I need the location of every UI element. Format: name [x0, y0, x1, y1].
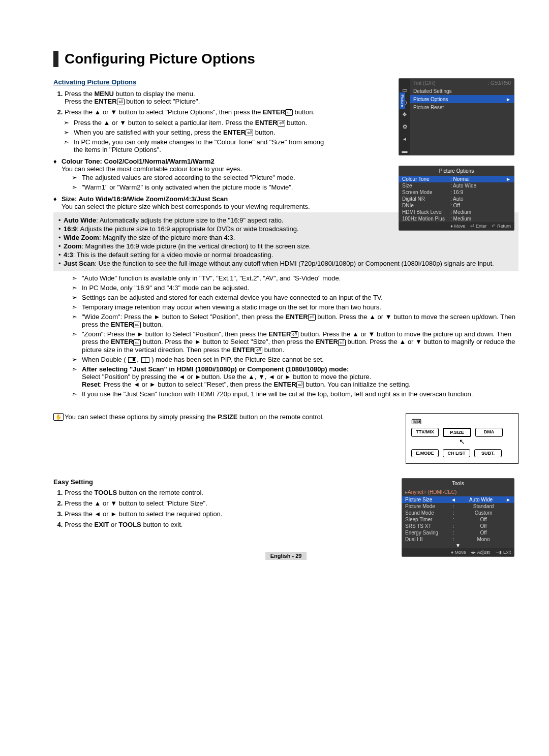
colour-tone-item: Colour Tone: Cool2/Cool1/Normal/Warm1/Wa…: [53, 158, 326, 173]
tools-footer: ♦ Move ◂▸ Adjust →▮ Exit: [402, 548, 514, 556]
enter-icon: [246, 129, 253, 136]
osd2-row: DNIeOff: [399, 202, 514, 209]
size-note-2: In PC Mode, only "16:9" and "4:3" mode c…: [72, 284, 518, 292]
osd2-row: Screen Mode16:9: [399, 189, 514, 196]
enter-icon: [338, 338, 346, 345]
pip-double-icon-2: [141, 357, 149, 363]
note-pc-mode: In PC mode, you can only make changes to…: [64, 138, 328, 153]
tools-row: Sound Mode:Custom: [402, 510, 514, 516]
size-notes: "Auto Wide" function is available only i…: [72, 274, 518, 397]
tools-move-hint: ♦ Move: [451, 550, 466, 555]
btn-subt: SUBT.: [474, 449, 502, 457]
remote-note-text-a: You can select these options by simply p…: [65, 413, 218, 421]
size-4-3: 4:3: This is the default setting for a v…: [58, 251, 513, 259]
size-note-7: When Double ( , ) mode has been set in P…: [72, 356, 518, 363]
easy-1: Press the TOOLS button on the remote con…: [65, 489, 318, 496]
size-bullet-box: Auto Wide: Automatically adjusts the pic…: [53, 212, 518, 271]
osd-picture-tab-label: Picture: [400, 92, 405, 109]
size-16-9: 16:9: Adjusts the picture size to 16:9 a…: [58, 225, 513, 233]
pip-double-icon-1: [128, 357, 136, 363]
setup-tab-icon: ✿: [401, 123, 408, 131]
pointer-arrow-icon: ↖: [459, 437, 465, 446]
note-select-item: Press the ▲ or ▼ button to select a part…: [64, 119, 328, 127]
osd2-row: HDMI Black LevelMedium: [399, 209, 514, 215]
size-note-1: "Auto Wide" function is available only i…: [72, 274, 518, 282]
tools-anynet: ▸ Anynet+ (HDMI-CEC): [402, 488, 514, 496]
size-zoom: Zoom: Magnifies the 16:9 wide picture (i…: [58, 242, 513, 250]
enter-icon: [291, 330, 298, 338]
size-note-5: "Wide Zoom": Press the ► button to Selec…: [72, 313, 518, 328]
app-tab-icon: ▬: [401, 148, 408, 155]
remote-diagram: ⌨ TTX/MIX P.SIZE DMA ↖ E.MODE CH LIST SU…: [406, 413, 518, 464]
enter-icon: [117, 98, 125, 105]
tools-exit-hint: →▮ Exit: [495, 550, 511, 555]
step-2: Press the ▲ or ▼ button to select "Pictu…: [65, 108, 329, 116]
osd-picture-options-selected: Picture Options►: [410, 95, 514, 103]
tools-row: Energy Saving:Off: [402, 529, 514, 536]
tools-row: Picture Size◄Auto Wide►: [402, 496, 514, 503]
tools-row: Dual I II:Mono: [402, 536, 514, 543]
btn-ttx-mix: TTX/MIX: [411, 428, 439, 437]
easy-4: Press the EXIT or TOOLS button to exit.: [65, 521, 318, 528]
osd-tint-value: : G50/R50: [487, 80, 511, 86]
easy-heading: Easy Setting: [53, 478, 318, 486]
easy-2: Press the ▲ or ▼ button to select "Pictu…: [65, 499, 318, 507]
step-1: Press the MENU button to display the men…: [65, 90, 329, 105]
osd-tint-label: Tint (G/R): [413, 80, 462, 86]
size-just-scan: Just Scan: Use the function to see the f…: [58, 260, 513, 267]
enter-icon: [278, 119, 285, 127]
size-note-6: "Zoom": Press the ► button to Select "Po…: [72, 330, 518, 353]
note-satisfied: When you are satisfied with your setting…: [64, 129, 328, 136]
remote-psize-label: P.SIZE: [218, 413, 238, 421]
size-note-9: If you use the "Just Scan" function with…: [72, 390, 518, 398]
easy-3: Press the ◄ or ► button to select the re…: [65, 510, 318, 518]
size-note-3: Settings can be adjusted and stored for …: [72, 294, 518, 301]
colour-note-1: The adjusted values are stored according…: [72, 174, 331, 181]
tools-title: Tools: [402, 479, 514, 488]
size-note-8: After selecting "Just Scan" in HDMI (108…: [72, 365, 518, 388]
enter-icon: [133, 338, 141, 345]
enter-icon: [285, 108, 293, 116]
tools-row: SRS TS XT:Off: [402, 523, 514, 529]
size-note-4: Temporary image retention may occur when…: [72, 303, 518, 311]
tools-row: Picture Mode:Standard: [402, 503, 514, 510]
osd-picture-reset: Picture Reset: [410, 103, 514, 111]
osd-picture-menu: ▭ ◐ ❖ ✿ ◂ ▬ Tint (G/R): G50/R50 Detailed…: [399, 78, 514, 155]
osd-detailed-settings: Detailed Settings: [410, 87, 514, 95]
osd2-row: Colour ToneNormal►: [399, 176, 514, 182]
enter-icon: [133, 321, 141, 328]
osd-category-icons: ▭ ◐ ❖ ✿ ◂ ▬: [399, 79, 410, 155]
activating-steps: Press the MENU button to display the men…: [65, 90, 329, 116]
title-bar: Configuring Picture Options: [53, 51, 518, 67]
btn-dma: DMA: [475, 428, 503, 437]
size-item: Size: Auto Wide/16:9/Wide Zoom/Zoom/4:3/…: [53, 195, 326, 210]
remote-hand-icon: ✋: [53, 413, 64, 421]
page-number: English - 29: [265, 552, 307, 560]
remote-note-text-b: button on the remote control.: [237, 413, 324, 421]
enter-icon: [255, 346, 262, 354]
enter-icon: [296, 381, 304, 388]
easy-setting-row: Easy Setting Press the TOOLS button on t…: [53, 478, 518, 528]
osd-tools-panel: Tools ▸ Anynet+ (HDMI-CEC) Picture Size◄…: [402, 478, 514, 557]
teletext-icon: ⌨: [411, 418, 513, 426]
size-desc: You can select the picture size which be…: [62, 203, 310, 210]
activating-notes: Press the ▲ or ▼ button to select a part…: [64, 119, 328, 153]
enter-icon: [308, 313, 316, 321]
osd2-row: SizeAuto Wide: [399, 182, 514, 189]
size-title: Size: Auto Wide/16:9/Wide Zoom/Zoom/4:3/…: [62, 195, 228, 203]
chevron-right-icon: ►: [506, 97, 511, 102]
osd2-row: Digital NRAuto: [399, 196, 514, 202]
size-auto-wide: Auto Wide: Automatically adjusts the pic…: [58, 216, 513, 224]
osd2-title: Picture Options: [399, 166, 514, 176]
btn-emode: E.MODE: [411, 449, 439, 457]
btn-chlist: CH LIST: [443, 449, 470, 457]
input-tab-icon: ◂: [401, 136, 408, 143]
remote-note-row: ✋ You can select these options by simply…: [53, 413, 518, 464]
btn-psize: P.SIZE: [443, 428, 471, 437]
page-title: Configuring Picture Options: [65, 51, 518, 67]
colour-tone-desc: You can select the most comfortable colo…: [62, 165, 242, 173]
colour-tone-title: Colour Tone: Cool2/Cool1/Normal/Warm1/Wa…: [62, 158, 215, 165]
channel-tab-icon: ❖: [401, 111, 408, 118]
colour-tone-notes: The adjusted values are stored according…: [72, 174, 331, 191]
size-wide-zoom: Wide Zoom: Magnify the size of the pictu…: [58, 234, 513, 241]
